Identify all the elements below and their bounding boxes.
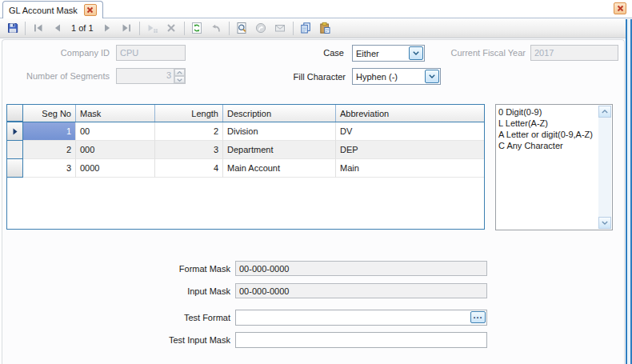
cell-mask[interactable]: 0000 (76, 159, 155, 178)
delete-icon (165, 22, 178, 34)
navigate-icon (254, 22, 267, 34)
cell-mask[interactable]: 000 (76, 141, 155, 159)
cell-length[interactable]: 3 (155, 141, 223, 159)
cell-seg-no[interactable]: 1 (23, 122, 76, 141)
list-item[interactable]: 0 Digit(0-9) (498, 106, 597, 118)
spinner-down-button[interactable] (174, 76, 185, 83)
cell-abbreviation[interactable]: DEP (336, 141, 484, 159)
chevron-up-icon (177, 71, 182, 74)
legend-scrollbar[interactable] (598, 106, 611, 229)
tab-gl-account-mask[interactable]: GL Account Mask (2, 1, 103, 18)
cell-length[interactable]: 2 (155, 122, 223, 141)
tab-strip: GL Account Mask (0, 0, 632, 18)
row-selector[interactable] (7, 159, 23, 178)
column-header-length[interactable]: Length (155, 105, 223, 122)
paste-icon (318, 22, 331, 34)
cell-description[interactable]: Main Account (223, 159, 336, 178)
row-selector[interactable] (7, 141, 23, 159)
input-mask-label: Input Mask (136, 286, 230, 296)
undo-button[interactable] (207, 20, 226, 37)
window-close-button[interactable] (614, 2, 626, 14)
segments-grid: Seg No Mask Length Description Abbreviat… (6, 104, 485, 230)
case-dropdown[interactable]: Either (352, 45, 425, 62)
current-fiscal-year-label: Current Fiscal Year (432, 48, 526, 58)
input-mask-field (235, 283, 487, 298)
grid-header-row: Seg No Mask Length Description Abbreviat… (7, 105, 484, 122)
test-format-label: Test Format (136, 313, 230, 322)
fill-character-dropdown[interactable]: Hyphen (-) (352, 68, 441, 85)
table-row: 3 0000 4 Main Account Main (7, 159, 484, 178)
scroll-up-button[interactable] (598, 106, 611, 118)
number-of-segments-spinner: 3 (116, 68, 186, 84)
cell-mask[interactable]: 00 (76, 122, 155, 141)
fill-character-selected-value: Hyphen (-) (353, 72, 424, 82)
save-button[interactable] (3, 20, 22, 37)
toolbar-separator (229, 22, 230, 35)
list-item[interactable]: C Any Character (498, 140, 597, 151)
test-format-field[interactable] (235, 310, 487, 326)
add-record-button[interactable] (143, 20, 162, 37)
column-header-abbreviation[interactable]: Abbreviation (336, 105, 484, 122)
cell-length[interactable]: 4 (155, 159, 223, 178)
table-row: 1 00 2 Division DV (7, 122, 484, 141)
email-button[interactable] (271, 20, 290, 37)
company-id-label: Company ID (16, 48, 110, 58)
list-item[interactable]: A Letter or digit(0-9,A-Z) (498, 129, 597, 140)
toolbar-separator (25, 22, 26, 35)
delete-record-button[interactable] (162, 20, 181, 37)
tab-title: GL Account Mask (9, 6, 78, 15)
column-header-mask[interactable]: Mask (76, 105, 155, 122)
scroll-down-button[interactable] (598, 217, 611, 229)
case-selected-value: Either (353, 49, 408, 58)
copy-button[interactable] (297, 20, 315, 37)
refresh-button[interactable] (188, 20, 206, 37)
copy-icon (299, 22, 312, 34)
test-input-mask-field[interactable] (235, 332, 487, 348)
table-row: 2 000 3 Department DEP (7, 141, 484, 159)
toolbar-separator (184, 22, 185, 35)
cell-abbreviation[interactable]: DV (336, 122, 484, 141)
add-record-icon (146, 22, 158, 34)
cell-abbreviation[interactable]: Main (336, 159, 484, 178)
case-dropdown-button[interactable] (409, 46, 423, 60)
print-preview-icon (235, 22, 248, 34)
number-of-segments-label: Number of Segments (16, 71, 110, 81)
previous-record-icon (51, 22, 64, 34)
column-header-description[interactable]: Description (223, 105, 336, 122)
chevron-down-icon (602, 221, 608, 225)
list-item[interactable]: L Letter(A-Z) (498, 118, 597, 129)
row-selector-current[interactable] (7, 122, 23, 141)
cell-seg-no[interactable]: 2 (23, 141, 76, 159)
navigate-button[interactable] (252, 20, 270, 37)
chevron-down-icon (429, 74, 435, 78)
first-record-button[interactable] (29, 20, 47, 37)
grid-corner-cell[interactable] (7, 105, 23, 122)
cell-seg-no[interactable]: 3 (23, 159, 76, 178)
number-of-segments-value: 3 (117, 69, 174, 83)
paste-button[interactable] (316, 20, 334, 37)
first-record-icon (32, 22, 45, 34)
column-header-seg-no[interactable]: Seg No (23, 105, 76, 122)
next-record-icon (101, 22, 114, 34)
close-icon (86, 6, 94, 14)
cell-description[interactable]: Department (223, 141, 336, 159)
spinner-up-button[interactable] (174, 69, 185, 76)
format-mask-field (235, 261, 487, 276)
test-format-browse-button[interactable]: ... (470, 311, 486, 323)
format-mask-label: Format Mask (136, 264, 230, 274)
window-right-border (626, 19, 632, 364)
fill-character-dropdown-button[interactable] (425, 70, 439, 83)
tab-close-button[interactable] (84, 4, 97, 16)
next-record-button[interactable] (98, 20, 117, 37)
toolbar: 1 of 1 (0, 18, 626, 38)
previous-record-button[interactable] (48, 20, 66, 37)
refresh-icon (190, 22, 203, 34)
mask-legend-listbox[interactable]: 0 Digit(0-9) L Letter(A-Z) A Letter or d… (495, 104, 613, 230)
print-preview-button[interactable] (233, 20, 251, 37)
fill-character-label: Fill Character (282, 72, 346, 82)
current-row-indicator-icon (13, 128, 18, 135)
cell-description[interactable]: Division (223, 122, 336, 141)
email-icon (274, 22, 286, 34)
toolbar-separator (139, 22, 140, 35)
last-record-button[interactable] (118, 20, 136, 37)
